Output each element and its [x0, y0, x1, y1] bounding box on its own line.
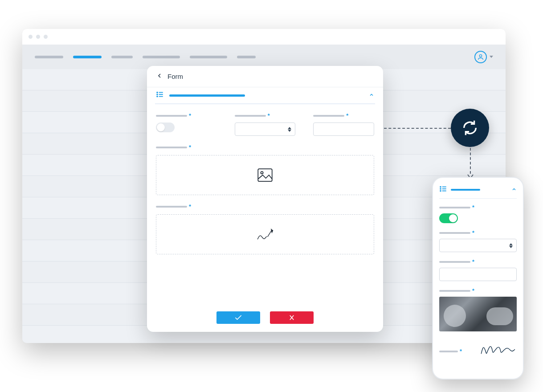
stepper-icon [509, 243, 513, 248]
check-icon [234, 314, 243, 321]
close-icon [287, 314, 296, 321]
form-body: * * * * [147, 109, 383, 262]
field-label [439, 351, 458, 352]
traffic-light-dot [44, 35, 48, 39]
select-field: * [235, 112, 296, 136]
top-nav [22, 45, 506, 69]
traffic-light-dot [36, 35, 40, 39]
mobile-section-header[interactable] [439, 185, 517, 195]
nav-item[interactable] [35, 56, 63, 58]
svg-point-16 [440, 191, 441, 192]
field-label [439, 290, 470, 292]
field-label [439, 207, 470, 208]
mobile-text-field: * [439, 258, 517, 281]
required-indicator: * [189, 203, 191, 210]
required-indicator: * [460, 348, 462, 355]
list-icon [439, 185, 447, 195]
text-field: * [313, 112, 374, 136]
connector-line [470, 148, 471, 174]
dialog-header: Form [147, 66, 383, 87]
field-label [156, 206, 187, 208]
chevron-down-icon [490, 56, 493, 58]
section-header[interactable] [147, 87, 383, 103]
select-input[interactable] [439, 239, 517, 252]
nav-item[interactable] [190, 56, 227, 58]
required-indicator: * [472, 258, 474, 265]
required-indicator: * [189, 144, 191, 151]
svg-point-4 [157, 92, 158, 93]
toggle-switch[interactable] [156, 122, 175, 132]
form-dialog: Form * * * [147, 66, 383, 332]
image-upload[interactable] [156, 155, 374, 195]
nav-item[interactable] [237, 56, 256, 58]
nav-item-active[interactable] [73, 56, 102, 58]
user-menu[interactable] [474, 51, 493, 63]
uploaded-image[interactable] [439, 297, 517, 331]
field-label [439, 232, 470, 234]
list-icon [156, 90, 164, 100]
divider [155, 103, 375, 104]
cancel-button[interactable] [270, 311, 314, 324]
field-label [156, 147, 187, 148]
field-label [439, 261, 470, 263]
required-indicator: * [472, 287, 474, 294]
required-indicator: * [472, 204, 474, 211]
signature-drawing [479, 338, 517, 357]
nav-item[interactable] [111, 56, 133, 58]
dialog-title: Form [167, 73, 183, 80]
signature-input[interactable] [156, 214, 374, 254]
field-label [156, 115, 187, 117]
mobile-select-field: * [439, 229, 517, 252]
field-label [313, 115, 344, 117]
sync-icon [460, 118, 480, 138]
mobile-preview: * * * * * [432, 177, 524, 380]
toggle-field: * [156, 112, 217, 136]
svg-point-5 [157, 94, 158, 95]
section-title-placeholder [169, 94, 245, 97]
mobile-image-field: * [439, 287, 517, 331]
mobile-toggle-field: * [439, 204, 517, 223]
image-field: * [156, 144, 374, 195]
svg-point-14 [440, 187, 441, 188]
back-button[interactable] [156, 72, 163, 81]
confirm-button[interactable] [216, 311, 260, 324]
svg-point-15 [440, 188, 441, 189]
window-titlebar [22, 29, 506, 45]
chevron-up-icon [511, 186, 517, 194]
section-title-placeholder [451, 189, 480, 191]
text-input[interactable] [439, 268, 517, 281]
image-icon [256, 166, 274, 184]
connector-line [384, 128, 451, 129]
svg-point-6 [157, 96, 158, 97]
stepper-icon [288, 127, 291, 132]
required-indicator: * [472, 229, 474, 236]
svg-point-0 [479, 54, 482, 57]
signature-icon [256, 225, 274, 244]
toggle-switch[interactable] [439, 213, 458, 223]
signature-field: * [156, 203, 374, 254]
svg-point-8 [261, 172, 263, 174]
text-input[interactable] [313, 122, 374, 136]
required-indicator: * [189, 112, 191, 119]
signature-preview[interactable] [465, 338, 517, 357]
select-input[interactable] [235, 122, 296, 136]
divider [439, 198, 517, 199]
sync-badge [451, 109, 489, 147]
required-indicator: * [346, 112, 348, 119]
svg-rect-7 [258, 169, 272, 181]
traffic-light-dot [29, 35, 33, 39]
chevron-up-icon [369, 91, 374, 99]
required-indicator: * [268, 112, 270, 119]
dialog-footer [147, 303, 383, 332]
field-label [235, 115, 266, 117]
nav-item[interactable] [143, 56, 180, 58]
mobile-signature-field: * [439, 338, 517, 357]
avatar-icon [474, 51, 487, 63]
